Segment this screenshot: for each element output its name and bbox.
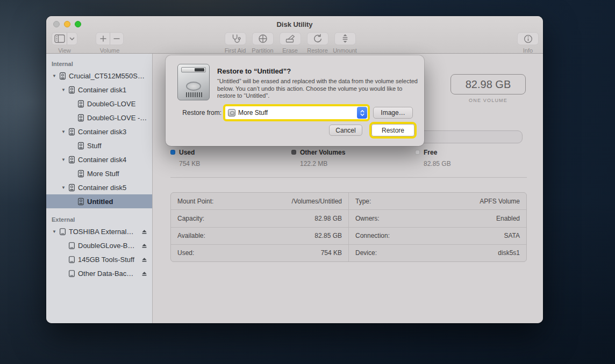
legend-used: Used754 KB	[170, 149, 200, 168]
legend-color-swatch	[170, 150, 175, 155]
chevron-down-icon[interactable]	[67, 32, 77, 45]
sidebar-item-other-data-bac[interactable]: Other Data-Bac…	[46, 266, 152, 280]
volume-icon	[59, 72, 67, 80]
legend-value: 122.2 MB	[300, 160, 345, 168]
sidebar-item-doubleg-love[interactable]: DoubleG-LOVE	[46, 97, 152, 111]
partition-button[interactable]	[252, 32, 274, 45]
info-row-owners: Owners:Enabled	[349, 209, 526, 227]
storage-legend: Used754 KBOther Volumes122.2 MBFree82.85…	[170, 149, 536, 170]
legend-label: Used	[179, 149, 200, 156]
sidebar-section-internal: Internal	[46, 58, 152, 69]
partition-icon	[258, 33, 268, 44]
legend-color-swatch	[415, 150, 420, 155]
legend-free: Free82.85 GB	[415, 149, 451, 168]
image-button[interactable]: Image…	[373, 107, 413, 119]
eject-icon[interactable]	[141, 242, 148, 249]
disclosure-triangle[interactable]: ▼	[60, 157, 67, 162]
info-value: /Volumes/Untitled	[292, 198, 342, 205]
volume-label: Volume	[100, 47, 120, 54]
info-button[interactable]	[517, 32, 539, 45]
restore-button[interactable]: Restore	[371, 124, 414, 136]
cancel-button[interactable]: Cancel	[329, 125, 362, 136]
sidebar: Internal▼Crucial_CT512M550S…▼Container d…	[46, 54, 153, 323]
volume-icon	[77, 198, 85, 206]
disclosure-triangle[interactable]: ▼	[60, 88, 67, 92]
restore-from-label: Restore from:	[173, 109, 221, 117]
erase-group: Erase	[276, 32, 304, 54]
view-group: View	[52, 32, 77, 54]
info-group: Info	[516, 32, 540, 54]
info-label: Mount Point:	[177, 198, 213, 205]
legend-value: 754 KB	[179, 160, 200, 168]
eject-icon[interactable]	[141, 270, 148, 277]
sidebar-item-label: 145GB Tools-Stuff	[78, 256, 134, 264]
sidebar-item-label: Container disk3	[78, 128, 126, 136]
sidebar-item-label: Stuff	[87, 142, 102, 150]
erase-button[interactable]	[280, 32, 301, 45]
info-label: Info	[523, 47, 533, 54]
disclosure-triangle[interactable]: ▼	[51, 74, 58, 78]
sidebar-item-more-stuff[interactable]: More Stuff	[46, 166, 152, 180]
external-disk-icon	[59, 228, 67, 236]
volume-info-table: Mount Point:/Volumes/UntitledCapacity:82…	[170, 192, 527, 262]
volume-size-box: 82.98 GB	[450, 74, 526, 94]
restore-button[interactable]	[307, 32, 328, 45]
divider	[170, 177, 527, 178]
window-title: Disk Utility	[46, 20, 543, 28]
sidebar-icon[interactable]	[52, 32, 67, 45]
unmount-label: Unmount	[333, 47, 357, 54]
sidebar-item-container-disk1[interactable]: ▼Container disk1	[46, 83, 152, 97]
first-aid-group: First Aid	[221, 32, 249, 54]
remove-volume-button[interactable]	[110, 32, 124, 45]
erase-icon	[285, 34, 296, 43]
info-row-type: Type:APFS Volume	[349, 193, 526, 209]
info-row-capacity: Capacity:82.98 GB	[171, 209, 348, 227]
sidebar-item-untitled[interactable]: Untitled	[46, 194, 152, 208]
info-label: Capacity:	[177, 215, 204, 222]
sidebar-item-145gb-tools-stuff[interactable]: 145GB Tools-Stuff	[46, 252, 152, 266]
dropdown-stepper-icon[interactable]	[357, 107, 367, 119]
restore-dialog: Restore to “Untitled”? “Untitled” will b…	[166, 55, 424, 146]
sidebar-item-stuff[interactable]: Stuff	[46, 139, 152, 152]
info-table-left: Mount Point:/Volumes/UntitledCapacity:82…	[171, 193, 348, 261]
disclosure-triangle[interactable]: ▼	[51, 229, 58, 234]
hard-drive-icon	[177, 64, 210, 100]
sidebar-item-label: Container disk1	[78, 86, 126, 94]
external-disk-icon	[68, 270, 76, 278]
legend-other-volumes: Other Volumes122.2 MB	[291, 149, 345, 168]
volume-icon	[77, 170, 85, 178]
eject-icon[interactable]	[141, 228, 148, 235]
partition-label: Partition	[252, 47, 273, 54]
view-button[interactable]	[52, 32, 77, 45]
volume-icon	[68, 86, 76, 94]
dialog-title: Restore to “Untitled”?	[217, 67, 291, 75]
sidebar-item-toshiba-external[interactable]: ▼TOSHIBA External…	[46, 224, 152, 238]
sidebar-item-container-disk3[interactable]: ▼Container disk3	[46, 125, 152, 139]
sidebar-item-container-disk5[interactable]: ▼Container disk5	[46, 180, 152, 194]
sidebar-item-container-disk4[interactable]: ▼Container disk4	[46, 152, 152, 166]
sidebar-item-crucial-ct512m550s[interactable]: ▼Crucial_CT512M550S…	[46, 69, 152, 83]
sidebar-item-doubleglove-b[interactable]: DoubleGLove-B…	[46, 238, 152, 252]
volume-icon	[68, 128, 76, 136]
first-aid-icon	[230, 33, 241, 44]
sidebar-item-label: DoubleG-LOVE	[87, 100, 135, 108]
sidebar-item-label: Container disk5	[78, 184, 126, 192]
restore-group: Restore	[304, 32, 331, 54]
info-label: Owners:	[355, 215, 380, 222]
sidebar-item-doubleg-love[interactable]: DoubleG-LOVE -…	[46, 111, 152, 125]
sidebar-item-label: Crucial_CT512M550S…	[69, 72, 145, 80]
restore-source-dropdown[interactable]: More Stuff	[225, 106, 368, 119]
legend-value: 82.85 GB	[424, 160, 451, 168]
add-volume-button[interactable]	[96, 32, 110, 45]
unmount-icon	[340, 33, 350, 44]
disclosure-triangle[interactable]: ▼	[60, 129, 67, 134]
volume-icon	[77, 142, 85, 150]
info-value: 754 KB	[321, 249, 342, 257]
restore-button-highlight: Restore	[369, 122, 417, 139]
unmount-button[interactable]	[334, 32, 356, 45]
restore-label: Restore	[307, 47, 328, 54]
disclosure-triangle[interactable]: ▼	[60, 185, 67, 190]
first-aid-label: First Aid	[225, 47, 246, 54]
eject-icon[interactable]	[141, 256, 148, 263]
first-aid-button[interactable]	[225, 32, 246, 45]
